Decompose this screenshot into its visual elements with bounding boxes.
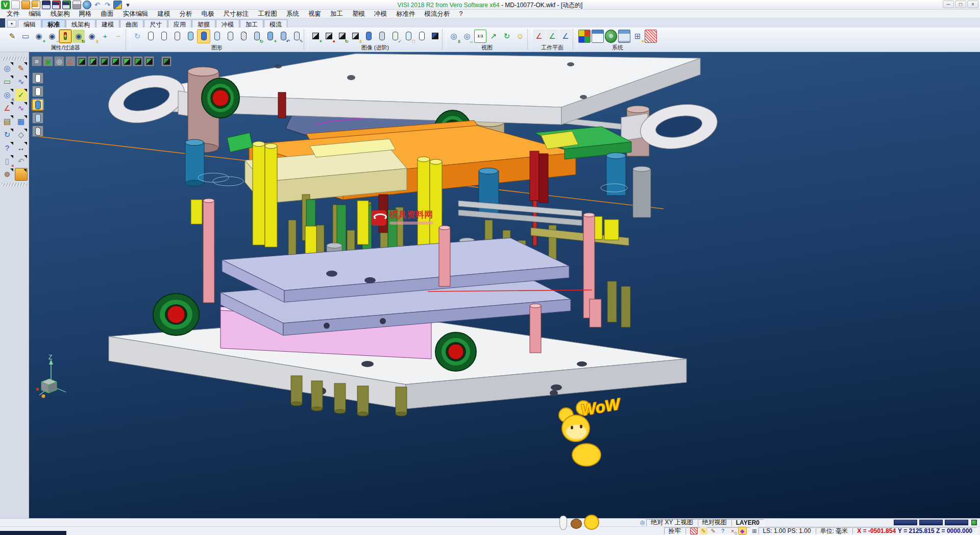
curve-edit-tool[interactable]: ∿ bbox=[15, 102, 28, 114]
ribbon-tab-编辑[interactable]: 编辑 bbox=[18, 19, 41, 28]
hide-all-minus[interactable]: − bbox=[112, 30, 125, 43]
view-cube-bottom[interactable] bbox=[99, 56, 109, 66]
display-wireframe[interactable] bbox=[32, 72, 43, 84]
menu-item-3[interactable]: 网格 bbox=[75, 10, 96, 18]
disable-snap[interactable]: ×◇ bbox=[729, 527, 737, 534]
display-shaded-edges[interactable] bbox=[32, 112, 43, 124]
menu-item-18[interactable]: ? bbox=[455, 10, 468, 17]
scale-segment[interactable]: LS: 1.00 PS: 1.00 bbox=[758, 527, 816, 534]
qat-dropdown[interactable]: ▾ bbox=[124, 1, 132, 9]
lock-segment[interactable]: 拴牢 bbox=[664, 527, 685, 534]
shaded-cylinder[interactable] bbox=[198, 30, 210, 43]
solid-cube-tool[interactable]: ◇ bbox=[15, 128, 28, 141]
ribbon-tab-尺寸[interactable]: 尺寸 bbox=[144, 19, 167, 28]
view-cube-left[interactable] bbox=[133, 56, 143, 66]
ribbon-tab-曲面[interactable]: 曲面 bbox=[120, 19, 143, 28]
show-all-plus[interactable]: + bbox=[99, 30, 111, 43]
ribbon-tab-模流[interactable]: 模流 bbox=[264, 19, 287, 28]
copy-attributes[interactable]: ▭ bbox=[19, 30, 32, 43]
view-cube-iso[interactable] bbox=[77, 56, 87, 66]
advanced-refresh-boxes[interactable]: ↻ bbox=[336, 30, 348, 43]
status-zoom-icon[interactable]: ◎ bbox=[639, 519, 646, 526]
undo-last-tool[interactable]: ↶ bbox=[15, 155, 28, 167]
regen-tool[interactable]: ↻ bbox=[1, 128, 14, 141]
ribbon-tab-线架构[interactable]: 线架构 bbox=[66, 19, 95, 28]
grid-window-tool[interactable]: ▦ bbox=[15, 115, 28, 128]
menu-item-11[interactable]: 系统 bbox=[282, 10, 304, 18]
view-cube-custom[interactable] bbox=[161, 56, 172, 66]
refresh-visibility-eye[interactable]: ◉↻ bbox=[72, 30, 85, 43]
menu-item-4[interactable]: 曲面 bbox=[96, 10, 118, 18]
graphics-settings[interactable]: ✎ bbox=[290, 30, 303, 43]
workplane-align[interactable]: ∠ bbox=[546, 30, 558, 43]
help-query-tool[interactable]: ? bbox=[1, 141, 14, 154]
menu-item-2[interactable]: 线架构 bbox=[46, 10, 75, 18]
maximize-button[interactable]: □ bbox=[955, 1, 966, 8]
window-options[interactable] bbox=[618, 30, 630, 43]
red-grid-plane[interactable] bbox=[645, 30, 657, 43]
gem-display-mode[interactable]: ◆ bbox=[739, 527, 746, 534]
select-window-tool[interactable]: ▭ bbox=[1, 75, 14, 88]
delete-trash-tool[interactable]: ▯× bbox=[1, 155, 14, 167]
hatched-cylinder[interactable] bbox=[237, 30, 250, 43]
status-green-chip[interactable] bbox=[971, 520, 977, 525]
transparent-cylinder[interactable] bbox=[211, 30, 223, 43]
view-previous-arrow[interactable]: ↗ bbox=[487, 30, 500, 43]
layer-segment[interactable]: LAYER0 bbox=[731, 519, 764, 526]
view-axes[interactable]: ∠ bbox=[65, 56, 76, 66]
box-cylinder[interactable]: □ bbox=[402, 30, 414, 43]
sidebar-grip-bottom[interactable] bbox=[2, 183, 27, 186]
open-file-button[interactable] bbox=[21, 1, 30, 9]
dashed-hidden-cylinder[interactable] bbox=[171, 30, 183, 43]
ribbon-tab-加工[interactable]: 加工 bbox=[240, 19, 263, 28]
zoom-1-1[interactable]: 1:1 bbox=[474, 30, 486, 43]
save-all-button[interactable] bbox=[62, 1, 71, 9]
attribute-filter-edit[interactable]: ✎ bbox=[6, 30, 18, 43]
sidebar-grip[interactable] bbox=[2, 57, 27, 60]
menu-item-13[interactable]: 加工 bbox=[326, 10, 348, 18]
workplane-xyz[interactable]: ∠ bbox=[533, 30, 545, 43]
menu-item-10[interactable]: 工程图 bbox=[254, 10, 282, 18]
export-view-cylinder[interactable]: ↶ bbox=[277, 30, 289, 43]
viewport-menu[interactable]: ≡ bbox=[32, 56, 42, 66]
shaded-light-cylinder[interactable] bbox=[184, 30, 197, 43]
dynamic-section-cylinder[interactable]: ↻ bbox=[251, 30, 263, 43]
selection-hand[interactable]: ⊞+ bbox=[631, 30, 644, 43]
print-button[interactable] bbox=[72, 1, 81, 9]
flat-cylinder[interactable] bbox=[224, 30, 236, 43]
minimized-doc-button-1[interactable] bbox=[919, 520, 943, 525]
fill-tool-toggle[interactable]: ✎ bbox=[709, 527, 717, 534]
menu-item-5[interactable]: 实体编辑 bbox=[118, 10, 153, 18]
zoom-dynamic-view[interactable]: ◎ bbox=[54, 56, 64, 66]
helm-options-tool[interactable]: ☸ bbox=[1, 168, 14, 181]
display-hidden-line[interactable] bbox=[32, 86, 43, 97]
advanced-show-boxes[interactable]: + bbox=[309, 30, 322, 43]
close-button[interactable]: × bbox=[967, 1, 978, 8]
new-file-button[interactable] bbox=[11, 1, 20, 9]
verify-cylinder-check[interactable]: ✓ bbox=[389, 30, 401, 43]
wire-cylinder[interactable] bbox=[415, 30, 428, 43]
view-cube-right[interactable] bbox=[144, 56, 154, 66]
filter-traffic-light[interactable] bbox=[59, 30, 71, 43]
show-entities-eye-plus[interactable]: ◉+ bbox=[33, 30, 45, 43]
zoom-in-out[interactable]: ◎± bbox=[448, 30, 460, 43]
ribbon-tab-塑膜[interactable]: 塑膜 bbox=[192, 19, 215, 28]
zoom-window-tool[interactable]: ◎ bbox=[1, 62, 14, 75]
minimized-doc-button-2[interactable] bbox=[945, 520, 968, 525]
zoom-dynamic-tool[interactable]: ◎± bbox=[1, 88, 14, 101]
measure-tool[interactable]: ↔ bbox=[15, 141, 28, 154]
menu-item-6[interactable]: 建模 bbox=[153, 10, 175, 18]
redraw[interactable]: ↻ bbox=[131, 30, 143, 43]
print-preview-button[interactable] bbox=[83, 1, 91, 9]
view-refresh[interactable]: ↻ bbox=[501, 30, 513, 43]
model-3d[interactable] bbox=[29, 52, 980, 518]
ribbon-tab-标准[interactable]: 标准 bbox=[42, 19, 65, 28]
import-file-button[interactable] bbox=[32, 1, 40, 9]
view-mode-segment[interactable]: 绝对 XY 上视图 bbox=[646, 519, 697, 526]
display-transparent[interactable] bbox=[32, 126, 43, 137]
ribbon-tab-冲模[interactable]: 冲模 bbox=[216, 19, 239, 28]
wireframe-cylinder[interactable] bbox=[144, 30, 157, 43]
system-settings-globe[interactable]: ⊕ bbox=[605, 30, 617, 43]
save-button[interactable] bbox=[42, 1, 51, 9]
open-project-tool[interactable] bbox=[15, 168, 28, 181]
